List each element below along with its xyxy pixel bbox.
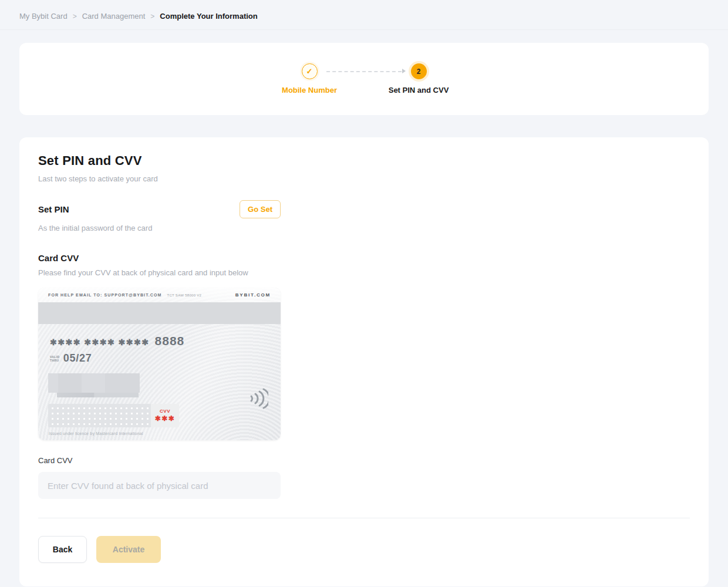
cvv-label: CVV [160, 409, 170, 414]
card-number-last4: 8888 [155, 334, 185, 348]
footer-divider [38, 518, 690, 518]
step-label: Set PIN and CVV [389, 86, 449, 95]
back-button[interactable]: Back [38, 536, 87, 563]
card-cvv-heading: Card CVV [38, 253, 281, 263]
card-redacted-details [48, 373, 140, 397]
card-number-masked: ✱✱✱✱ ✱✱✱✱ ✱✱✱✱ [50, 338, 150, 347]
activate-button[interactable]: Activate [96, 536, 161, 563]
card-expiry-row: VALID THRU 05/27 [50, 352, 281, 365]
go-set-button[interactable]: Go Set [240, 200, 281, 218]
footer-actions: Back Activate [38, 536, 690, 563]
breadcrumb-card-management[interactable]: Card Management [82, 12, 146, 21]
arrow-right-icon [402, 69, 406, 73]
cvv-input[interactable] [38, 472, 281, 499]
card-number: ✱✱✱✱ ✱✱✱✱ ✱✱✱✱ 8888 [50, 334, 281, 348]
card-license-text: Issued under licence by Mastercard Inter… [49, 431, 143, 436]
card-help-text: FOR HELP EMAIL TO: SUPPORT@BYBIT.COM [48, 293, 161, 297]
contactless-icon [247, 386, 268, 413]
step-mobile-number: ✓ Mobile Number [301, 63, 318, 95]
page-title: Set PIN and CVV [38, 153, 690, 168]
set-pin-heading: Set PIN [38, 204, 69, 214]
card-brand-text: BYBIT.COM [235, 292, 271, 298]
cvv-input-label: Card CVV [38, 456, 281, 465]
card-signature-strip: CVV ✱✱✱ [48, 404, 179, 427]
set-pin-row: Set PIN Go Set [38, 200, 281, 218]
chevron-right-icon: > [73, 12, 77, 21]
card-cvv-box: CVV ✱✱✱ [151, 404, 179, 427]
step-label: Mobile Number [282, 86, 337, 95]
set-pin-description: As the initial password of the card [38, 224, 281, 232]
breadcrumb: My Bybit Card > Card Management > Comple… [0, 0, 728, 30]
cvv-masked-value: ✱✱✱ [155, 414, 176, 423]
signature-dots-pattern [48, 404, 151, 427]
page-subtitle: Last two steps to activate your card [38, 174, 690, 183]
redacted-bar [57, 393, 139, 397]
step-set-pin-and-cvv: 2 Set PIN and CVV [410, 63, 427, 95]
card-cvv-description: Please find your CVV at back of physical… [38, 268, 281, 277]
card-expiry: 05/27 [63, 352, 92, 365]
stepper-connector [326, 71, 402, 72]
step-done-check-icon: ✓ [302, 63, 318, 79]
chevron-right-icon: > [150, 12, 154, 21]
card-code-text: TCT SAW 58000 V2 [167, 294, 201, 297]
stepper: ✓ Mobile Number 2 Set PIN and CVV [301, 63, 427, 95]
card-back-preview: FOR HELP EMAIL TO: SUPPORT@BYBIT.COM TCT… [38, 288, 281, 440]
breadcrumb-complete-your-information: Complete Your Information [160, 12, 257, 21]
redacted-block-row [48, 373, 140, 393]
set-pin-cvv-panel: Set PIN and CVV Last two steps to activa… [19, 137, 709, 586]
breadcrumb-my-bybit-card[interactable]: My Bybit Card [19, 12, 68, 21]
step-number-badge: 2 [411, 63, 427, 79]
card-magnetic-stripe [38, 302, 281, 324]
valid-thru-label: VALID THRU [50, 355, 60, 362]
card-header-strip: FOR HELP EMAIL TO: SUPPORT@BYBIT.COM TCT… [38, 288, 281, 302]
stepper-panel: ✓ Mobile Number 2 Set PIN and CVV [19, 43, 709, 115]
